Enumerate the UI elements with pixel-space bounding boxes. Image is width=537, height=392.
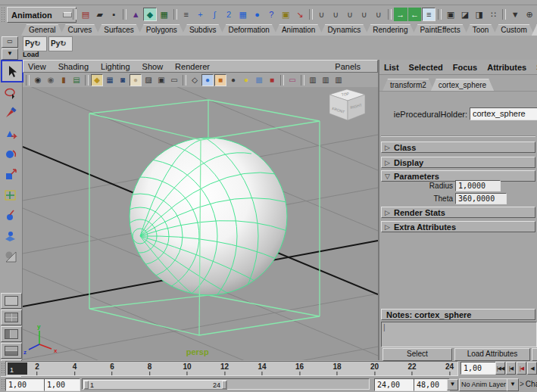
lighting-icon[interactable]: ● xyxy=(240,74,252,86)
wireframe-icon[interactable]: ◇ xyxy=(189,74,201,86)
shelf-tab-subdivs[interactable]: Subdivs xyxy=(182,24,224,36)
shelf-item-py-script[interactable]: Py↻ xyxy=(48,36,71,58)
playback-start-field[interactable]: 1,00 xyxy=(44,378,80,391)
show-manipulator-tool[interactable] xyxy=(1,226,20,246)
shelf-tab-surfaces[interactable]: Surfaces xyxy=(96,24,141,36)
viewport-menu-view[interactable]: View xyxy=(28,62,46,71)
radius-field[interactable]: 1,0000 xyxy=(455,180,501,191)
soft-modification-tool[interactable] xyxy=(1,206,20,226)
shelf-tab-painteffects[interactable]: PaintEffects xyxy=(412,24,467,36)
shelf-tab-deformation[interactable]: Deformation xyxy=(220,24,276,36)
film-gate-icon[interactable]: ▦ xyxy=(104,74,116,86)
range-slider-groove[interactable]: 1 24 xyxy=(82,378,370,390)
viewport-menu-lighting[interactable]: Lighting xyxy=(101,62,130,71)
go-to-start-button[interactable]: |◀◀ xyxy=(495,362,505,375)
collapse-icon[interactable]: ▼ xyxy=(508,8,522,21)
cortex-sphere-surface[interactable] xyxy=(130,138,287,295)
snap-to-grids-icon[interactable]: + xyxy=(193,8,207,21)
range-start-handle[interactable] xyxy=(84,381,89,389)
highlight-selection-icon[interactable]: ↘ xyxy=(293,8,307,21)
field-chart-icon[interactable]: ▨ xyxy=(142,74,155,86)
render-current-frame-icon[interactable]: ◪ xyxy=(458,8,472,21)
scale-tool[interactable] xyxy=(1,165,20,185)
clipped-right-control[interactable]: >Cha xyxy=(520,378,537,390)
last-tool[interactable] xyxy=(1,247,20,266)
shelf-tab-dynamics[interactable]: Dynamics xyxy=(320,24,368,36)
ipr-render-icon[interactable]: ◨ xyxy=(473,8,486,21)
timeline-drag-handle[interactable] xyxy=(1,362,5,375)
animation-start-field[interactable]: 1,00 xyxy=(5,378,45,391)
render-view-icon[interactable]: ▣ xyxy=(444,8,457,21)
ae-tab-transform2[interactable]: transform2 xyxy=(382,79,434,91)
theta-field[interactable]: 360,0000 xyxy=(455,193,507,204)
shelf-tab-animation[interactable]: Animation xyxy=(274,24,323,36)
rotate-tool[interactable] xyxy=(1,145,20,164)
snap-to-curves-magnet-icon[interactable]: ∪ xyxy=(329,8,343,21)
ae-tab-cortex_sphere[interactable]: cortex_sphere xyxy=(431,79,494,91)
isolate-add-icon[interactable]: ▥ xyxy=(320,74,332,86)
isolate-remove-icon[interactable]: ▥ xyxy=(333,74,345,86)
section-class[interactable]: ▷ Class xyxy=(381,142,535,153)
copy-tab-button-clipped[interactable] xyxy=(532,348,537,361)
load-attributes-button[interactable]: Load Attributes xyxy=(454,348,530,361)
shelf-menu-button[interactable]: ▼ xyxy=(2,48,18,60)
frame-ruler[interactable]: 1 24681012141618202224 xyxy=(5,361,458,376)
output-connections-icon[interactable]: ← xyxy=(408,8,422,21)
grid-icon[interactable]: ◆ xyxy=(91,74,103,86)
shelf-item-load-script[interactable]: Py↻ Load xyxy=(23,36,45,58)
pane-over-graph-layout-button[interactable] xyxy=(1,343,22,359)
make-live-icon[interactable]: ● xyxy=(251,8,264,21)
image-plane-icon[interactable]: ▤ xyxy=(70,74,83,86)
ui-target-icon[interactable]: ⊕ xyxy=(523,8,536,21)
playback-end-field[interactable]: 24,00 xyxy=(374,378,415,391)
step-back-key-button[interactable]: |◀ xyxy=(517,362,526,375)
viewport-menu-show[interactable]: Show xyxy=(142,62,164,71)
select-hierarchy-icon[interactable]: ▲ xyxy=(129,8,142,21)
statusline-drag-handle[interactable] xyxy=(1,7,5,22)
camera-select-icon[interactable]: ◉ xyxy=(32,74,44,86)
save-scene-icon[interactable]: ▪ xyxy=(108,8,121,21)
range-options-dropdown[interactable]: ▼ xyxy=(447,379,458,390)
play-backwards-button[interactable]: ◀ xyxy=(527,362,537,375)
snap-to-curves-icon[interactable]: ∫ xyxy=(208,8,221,21)
shelf-tab-toon[interactable]: Toon xyxy=(465,24,497,36)
menu-set-selector[interactable]: Animation xyxy=(7,7,76,23)
lock-selection-icon[interactable]: ▣ xyxy=(279,8,292,21)
live-surface-magnet-icon[interactable]: ∪ xyxy=(372,8,386,21)
gate-mask-icon[interactable]: ● xyxy=(130,74,142,86)
xray-icon[interactable]: ■ xyxy=(266,74,278,86)
select-tool[interactable] xyxy=(1,60,23,82)
textures-icon[interactable]: ▩ xyxy=(253,74,265,86)
isolate-select-icon[interactable]: ▥ xyxy=(307,74,319,86)
select-object-icon[interactable]: ◆ xyxy=(143,8,157,21)
four-pane-layout-button[interactable] xyxy=(1,310,22,325)
frame-region-icon[interactable]: ▭ xyxy=(286,74,298,86)
move-tool[interactable] xyxy=(1,124,20,144)
camera-attributes-icon[interactable]: ◉ xyxy=(45,74,57,86)
current-frame-indicator[interactable]: 1 xyxy=(8,362,27,375)
select-component-icon[interactable]: ▦ xyxy=(158,8,171,21)
single-pane-layout-button[interactable] xyxy=(1,293,22,309)
shelf-tab-curves[interactable]: Curves xyxy=(61,24,100,36)
anim-layer-dropdown-arrow[interactable]: ▼ xyxy=(507,378,519,391)
ae-menu-focus[interactable]: Focus xyxy=(453,63,477,72)
viewport-menu-shading[interactable]: Shading xyxy=(58,62,89,71)
snap-to-points-magnet-icon[interactable]: ∪ xyxy=(343,8,357,21)
resolution-gate-icon[interactable]: ◙ xyxy=(117,74,129,86)
notes-header[interactable]: Notes: cortex_sphere xyxy=(381,309,535,320)
universal-manipulator-tool[interactable] xyxy=(1,185,20,205)
ae-menu-attributes[interactable]: Attributes xyxy=(487,63,526,72)
input-connections-icon[interactable]: → xyxy=(394,8,407,21)
side-by-side-layout-button[interactable] xyxy=(1,326,22,342)
select-button[interactable]: Select xyxy=(382,348,452,361)
anim-layer-selector[interactable]: No Anim Layer xyxy=(459,378,510,391)
rangerow-drag-handle[interactable] xyxy=(1,378,5,390)
smooth-shade-icon[interactable]: ● xyxy=(201,74,214,86)
safe-title-icon[interactable]: ▭ xyxy=(168,74,180,86)
shelf-tab-custom[interactable]: Custom xyxy=(493,24,534,36)
snap-to-grids-magnet-icon[interactable]: ∪ xyxy=(315,8,329,21)
viewport-menu-panels[interactable]: Panels xyxy=(335,62,361,71)
node-name-field[interactable]: cortex_sphere xyxy=(470,107,537,120)
paint-select-tool[interactable] xyxy=(1,104,20,123)
shelf-tab-cycle-button[interactable]: ▭ xyxy=(2,36,18,48)
